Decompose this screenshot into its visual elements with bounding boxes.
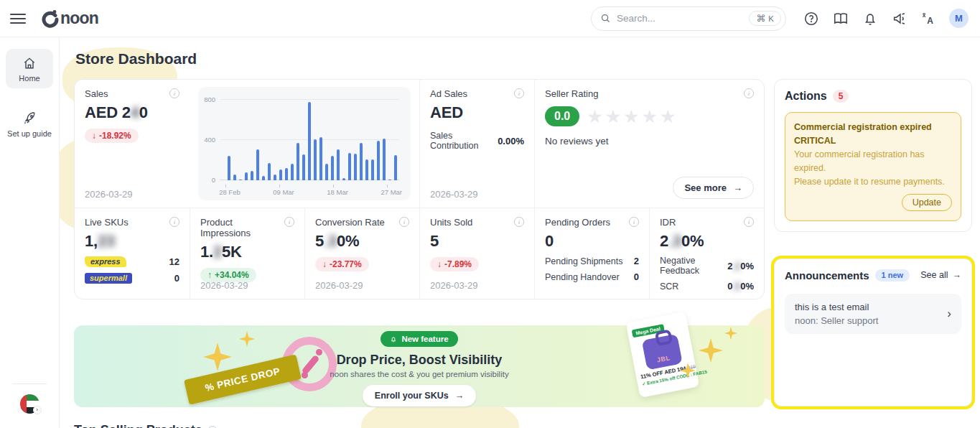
new-announcements-badge: 1 new [875,269,910,282]
help-icon[interactable] [802,9,821,28]
chart-bar [377,141,380,180]
bell-icon [390,335,397,343]
announcement-title: this is a test email [795,302,878,312]
actions-count-badge: 5 [833,90,849,103]
x-axis-tick-label: 28 Feb [219,188,241,196]
pending-shipments-label: Pending Shipments [545,256,622,266]
notifications-bell-icon[interactable] [861,9,879,28]
live-skus-card: Live SKUs i 1,23 express 12 supermall 0 [75,208,190,299]
x-axis-tick-label: 09 Mar [273,188,294,196]
user-avatar[interactable]: M [949,9,969,28]
chart-bar [268,163,271,181]
chart-bar [354,154,357,180]
y-axis-tick: 0 [212,176,215,184]
enroll-skus-button[interactable]: Enroll your SKUs → [363,385,476,406]
sidebar-item-setup-guide[interactable]: Set up guide [6,104,53,144]
sales-value: AED 240 [85,103,179,122]
sparkle-icon [699,338,723,363]
rating-stars: ★★★★★ [587,108,678,126]
sales-chart-xticks: 28 Feb09 Mar18 Mar27 Mar [225,185,399,196]
units-date: 2026-03-29 [430,280,478,291]
svg-text:A: A [927,16,933,26]
redacted-digits: .2 [732,261,740,271]
search-input[interactable] [617,13,743,24]
actions-panel: Actions 5 Commercial registration expire… [774,79,972,232]
chart-bar [274,175,276,180]
main-content: Store Dashboard Sales i AED 240 ↓ - [60,37,980,428]
sidebar-item-home[interactable]: Home [6,49,53,88]
svg-text:x̄: x̄ [923,12,926,19]
idr-value: 2.30% [660,232,754,251]
sales-date: 2026-03-29 [85,189,133,200]
flag-chevron-badge: › [33,406,42,414]
express-badge: express [85,256,126,267]
chart-bar [365,159,368,180]
sales-chart-card: 800 400 0 28 Feb09 Mar18 Mar27 Mar [190,80,419,208]
store-dashboard-card: Sales i AED 240 ↓ -18.92% 2026-03-29 [74,79,765,299]
command-icon: ⌘ [756,13,765,24]
translate-language-icon[interactable]: x̄A [920,9,938,28]
banner-title: Drop Price, Boost Visibility [261,353,577,368]
announcement-list-item[interactable]: this is a test email noon: Seller suppor… [785,294,961,334]
live-skus-value: 1,23 [85,232,179,251]
announcements-megaphone-icon[interactable] [890,9,909,28]
sales-card: Sales i AED 240 ↓ -18.92% 2026-03-29 [75,80,190,208]
rating-note: No reviews yet [545,136,754,146]
info-icon[interactable]: i [514,217,524,227]
y-axis-tick: 800 [204,96,215,103]
redacted-digits: .0 [732,281,740,292]
see-more-button[interactable]: See more → [673,177,754,199]
country-selector-uae-flag[interactable]: › [20,394,39,414]
menu-icon[interactable] [10,11,26,27]
info-icon[interactable]: i [744,217,754,227]
sidebar-item-label: Set up guide [6,129,53,138]
arrow-right-icon: → [455,391,465,401]
product-impressions-value: 1.25K [200,243,294,261]
top-selling-products-heading: Top Selling Products [74,423,202,428]
learn-guide-icon[interactable] [831,9,850,28]
chart-bar [285,168,288,180]
pending-handover-label: Pending Handover [545,272,620,282]
announcements-title: Announcements [785,269,869,282]
noon-logo[interactable]: noon [40,9,98,28]
announcements-panel: Announcements 1 new See all → this is a … [774,259,972,406]
chevron-right-icon: › [947,307,951,320]
product-impressions-label: Product Impressions [200,217,284,238]
ad-sales-card: Ad Sales i AED Sales Contribution 0.00% … [419,80,534,208]
product-impressions-card: Product Impressions i 1.25K ↑ +34.04% 20… [190,208,304,299]
sales-change-badge: ↓ -18.92% [85,129,139,143]
info-icon[interactable]: i [744,88,754,98]
announcement-subtitle: noon: Seller support [795,315,878,326]
alert-title: Commercial registration expired CRITICAL [794,121,952,148]
chart-bar [245,172,248,180]
sidebar-item-label: Home [6,74,53,83]
conversion-rate-card: Conversion Rate i 5.30% ↓ -23.77% 2026-0… [304,208,419,299]
info-icon[interactable]: i [169,88,179,98]
chart-bar [331,156,334,180]
info-icon[interactable]: i [629,217,639,227]
see-all-link[interactable]: See all → [920,270,961,280]
pending-orders-label: Pending Orders [545,217,610,228]
units-change-badge: ↓ -7.89% [430,257,479,271]
chart-bar [251,171,253,180]
price-drop-banner[interactable]: % PRICE DROP New feature Drop Price, Boo… [74,325,765,407]
scr-value: 0.00% [727,281,754,292]
search-icon [600,13,611,24]
info-icon[interactable]: i [169,217,179,227]
chart-bar [228,156,230,180]
info-icon[interactable]: i [207,426,218,428]
pending-orders-value: 0 [545,232,639,251]
info-icon[interactable]: i [514,88,524,98]
info-icon[interactable]: i [399,217,409,227]
units-sold-card: Units Sold i 5 ↓ -7.89% 2026-03-29 [419,208,534,299]
alert-body-line1: Your commercial registration has expired… [794,148,952,176]
update-button[interactable]: Update [902,194,952,211]
chart-bar [325,164,328,180]
rocket-icon [22,111,37,126]
chart-bar [314,139,317,180]
chart-bar [371,159,374,180]
sparkle-icon [724,327,737,340]
search-bar[interactable]: ⌘ K [591,6,786,31]
commercial-registration-alert[interactable]: Commercial registration expired CRITICAL… [785,112,961,221]
info-icon[interactable]: i [284,217,294,227]
